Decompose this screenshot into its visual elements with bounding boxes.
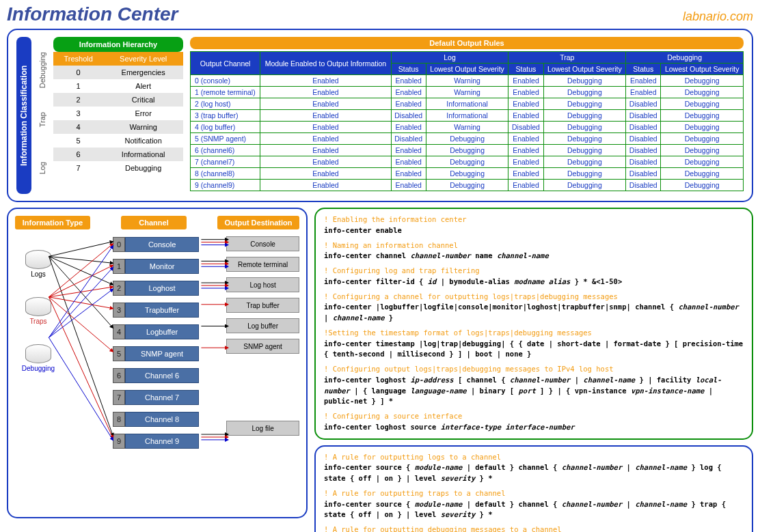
severity-cell: Debugging [103, 161, 183, 175]
channel-name: Channel 8 [125, 412, 199, 427]
threshold-cell: 2 [53, 93, 103, 107]
threshold-cell: 3 [53, 107, 103, 120]
col-head-dest: Output Destination [217, 216, 299, 229]
channel-name: SNMP agent [125, 346, 199, 361]
channel-cell: 3 (trap buffer) [191, 110, 260, 122]
cmd-line: info-center enable [324, 225, 744, 236]
type-label: Logs [15, 270, 62, 278]
col-head-channel: Channel [121, 216, 187, 229]
channel-name: Loghost [125, 281, 199, 296]
channel-cell: 6 (channel6) [191, 145, 260, 156]
page-title: Information Center [7, 3, 178, 25]
cmd-box-rules: ! A rule for outputting logs to a channe… [314, 445, 753, 533]
severity-cell: Warning [103, 120, 183, 134]
channel-name: Monitor [125, 259, 199, 274]
range-trap: Trap [38, 107, 46, 132]
channel-cell: 5 (SNMP agent) [191, 133, 260, 145]
channel-name: Console [125, 237, 199, 252]
cmd-comment: ! Configuring output logs|traps|debuggin… [324, 364, 744, 375]
channel-cell: 2 (log host) [191, 98, 260, 110]
range-log: Log [38, 152, 46, 184]
channel-num: 5 [113, 346, 125, 361]
range-debugging: Debugging [38, 52, 46, 88]
channel-name: Channel 6 [125, 368, 199, 383]
cmd-comment: ! Configuring log and trap filtering [324, 266, 744, 277]
channel-name: Trapbuffer [125, 303, 199, 318]
channel-cell: 0 (console) [191, 75, 260, 87]
rules-table: Output Channel Module Enabled to Output … [190, 51, 744, 191]
cmd-box-general: ! Enabling the information centerinfo-ce… [314, 208, 753, 440]
cmd-comment: ! A rule for outputting logs to a channe… [324, 452, 744, 463]
classification-tab: Information Classification [16, 37, 31, 194]
severity-cell: Error [103, 107, 183, 120]
channel-name: Channel 7 [125, 390, 199, 405]
diagram-panel: Information Type Channel Output Destinat… [7, 208, 308, 518]
cmd-line: info-center timestamp |log|trap|debuggin… [324, 339, 744, 361]
cmd-line: info-center source { module-name | defau… [324, 462, 744, 484]
threshold-cell: 0 [53, 66, 103, 79]
severity-cell: Critical [103, 93, 183, 107]
channel-num: 6 [113, 368, 125, 383]
severity-ranges: Debugging Trap Log [38, 37, 46, 194]
threshold-cell: 6 [53, 148, 103, 161]
threshold-cell: 7 [53, 161, 103, 175]
top-panel: Information Classification Debugging Tra… [7, 29, 753, 202]
severity-cell: Informational [103, 148, 183, 161]
dest-box: Log file [226, 421, 299, 436]
threshold-cell: 1 [53, 79, 103, 93]
col-head-type: Information Type [15, 216, 90, 229]
cmd-comment: ! Configuring a source interface [324, 411, 744, 422]
cmd-comment: ! Enabling the information center [324, 214, 744, 225]
cmd-comment: ! A rule for outputting debugging messag… [324, 524, 744, 532]
dest-box: Console [226, 236, 299, 251]
severity-cell: Emergencies [103, 66, 183, 79]
db-icon [25, 297, 51, 316]
cmd-line: info-center filter-id { id | bymodule-al… [324, 277, 744, 288]
severity-cell: Notification [103, 134, 183, 148]
brand-label: labnario.com [683, 10, 753, 24]
channel-cell: 7 (channel7) [191, 156, 260, 168]
dest-box: SNMP agent [226, 339, 299, 354]
type-label: Traps [15, 318, 62, 325]
threshold-cell: 4 [53, 120, 103, 134]
cmd-line: info-center source { module-name | defau… [324, 499, 744, 521]
severity-cell: Alert [103, 79, 183, 93]
cmd-line: info-center |logbuffer|logfile|console|m… [324, 302, 744, 324]
cmd-line: info-center loghost source interface-typ… [324, 422, 744, 433]
channel-num: 0 [113, 237, 125, 252]
dest-box: Remote terminal [226, 257, 299, 272]
channel-num: 4 [113, 324, 125, 339]
db-icon [25, 250, 51, 269]
channel-name: Logbuffer [125, 324, 199, 339]
channel-cell: 8 (channel8) [191, 168, 260, 180]
hierarchy-table: Information Hierarchy TresholdSeverity L… [53, 37, 183, 175]
threshold-cell: 5 [53, 134, 103, 148]
rules-title: Default Output Rules [190, 37, 744, 49]
cmd-comment: ! Configuring a channel for outputting l… [324, 292, 744, 303]
channel-num: 9 [113, 434, 125, 449]
channel-cell: 4 (log buffer) [191, 122, 260, 133]
channel-num: 7 [113, 390, 125, 405]
channel-num: 2 [113, 281, 125, 296]
dest-box: Log host [226, 277, 299, 292]
channel-name: Channel 9 [125, 434, 199, 449]
dest-box: Trap buffer [226, 298, 299, 313]
hierarchy-title: Information Hierarchy [53, 37, 183, 52]
db-icon [25, 344, 51, 363]
cmd-comment: ! A rule for outputting traps to a chann… [324, 488, 744, 499]
channel-num: 1 [113, 259, 125, 274]
dest-box: Log buffer [226, 318, 299, 333]
channel-num: 8 [113, 412, 125, 427]
cmd-line: info-center loghost ip-address [ channel… [324, 375, 744, 407]
channel-cell: 1 (remote terminal) [191, 87, 260, 98]
cmd-comment: !Setting the timestamp format of logs|tr… [324, 328, 744, 339]
cmd-line: info-center channel channel-number name … [324, 251, 744, 262]
channel-cell: 9 (channel9) [191, 180, 260, 191]
channel-num: 3 [113, 303, 125, 318]
cmd-comment: ! Naming an information channel [324, 240, 744, 251]
type-label: Debugging [15, 365, 62, 372]
